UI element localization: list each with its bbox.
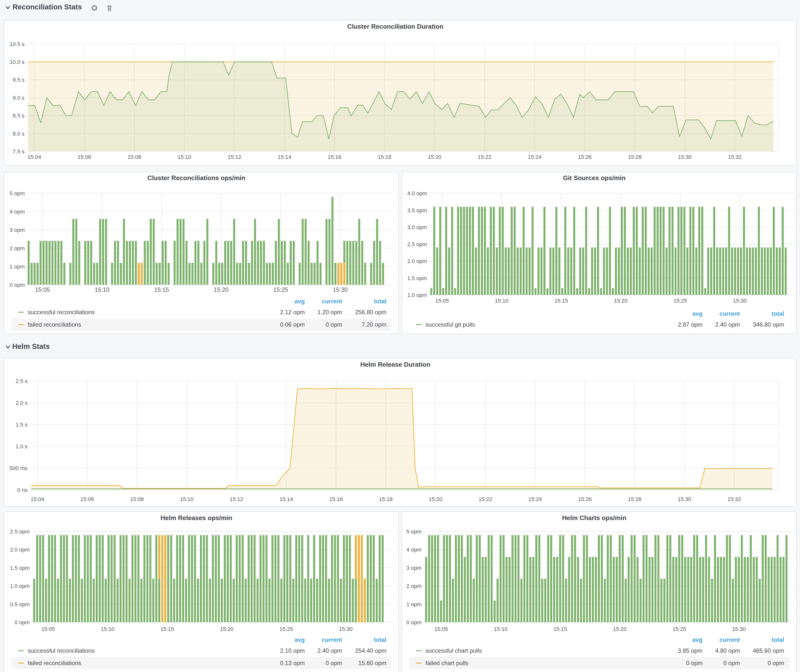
svg-text:15:30: 15:30 [732,626,746,632]
svg-text:15:08: 15:08 [130,496,144,502]
svg-text:9.5 s: 9.5 s [13,77,24,83]
svg-text:7.5 s: 7.5 s [13,149,24,155]
svg-text:0 ns: 0 ns [17,487,27,493]
svg-text:15:24: 15:24 [528,496,542,502]
svg-text:15:25: 15:25 [673,626,686,632]
svg-text:4.0 opm: 4.0 opm [407,190,427,196]
svg-text:15:30: 15:30 [333,286,347,293]
svg-text:15:15: 15:15 [554,298,568,304]
svg-text:1 opm: 1 opm [406,601,421,607]
svg-text:10.5 s: 10.5 s [10,41,24,47]
svg-text:2.5 opm: 2.5 opm [407,241,427,247]
svg-text:1 opm: 1 opm [10,263,25,269]
svg-text:0 opm: 0 opm [10,282,25,288]
svg-text:10.0 s: 10.0 s [10,59,24,65]
svg-text:15:32: 15:32 [728,154,742,160]
svg-text:5 opm: 5 opm [10,190,25,196]
svg-text:15:06: 15:06 [77,154,91,160]
svg-text:0.5 opm: 0.5 opm [10,601,30,607]
svg-text:15:20: 15:20 [429,496,442,502]
svg-text:15:20: 15:20 [214,286,229,293]
svg-text:4 opm: 4 opm [10,208,25,214]
svg-text:15:05: 15:05 [41,626,55,632]
svg-text:3.0 opm: 3.0 opm [407,224,427,230]
svg-text:5 opm: 5 opm [406,528,421,535]
svg-text:15:32: 15:32 [727,496,741,502]
svg-text:8.5 s: 8.5 s [13,113,24,119]
svg-text:2 opm: 2 opm [10,245,25,251]
svg-text:2.0 s: 2.0 s [16,400,27,406]
svg-text:15:20: 15:20 [220,626,234,632]
svg-text:8.0 s: 8.0 s [13,131,24,137]
svg-text:15:15: 15:15 [160,626,174,632]
svg-text:15:10: 15:10 [178,154,191,160]
svg-text:1.5 opm: 1.5 opm [10,565,30,571]
svg-text:15:25: 15:25 [674,298,687,304]
svg-text:15:14: 15:14 [280,496,293,502]
svg-text:3 opm: 3 opm [406,565,421,571]
svg-text:0 opm: 0 opm [406,619,421,626]
svg-text:15:22: 15:22 [478,496,492,502]
svg-text:15:20: 15:20 [614,298,627,304]
svg-text:15:05: 15:05 [435,298,449,304]
svg-text:15:28: 15:28 [628,154,642,160]
svg-text:15:06: 15:06 [80,496,94,502]
svg-text:2.5 s: 2.5 s [16,378,27,384]
svg-text:2 opm: 2 opm [406,583,421,589]
svg-text:15:15: 15:15 [554,626,567,632]
svg-text:3.5 opm: 3.5 opm [407,207,427,213]
svg-text:15:24: 15:24 [528,154,541,160]
svg-text:15:08: 15:08 [128,154,141,160]
svg-text:15:30: 15:30 [339,626,352,632]
svg-text:1.0 s: 1.0 s [16,443,27,450]
svg-text:2.0 opm: 2.0 opm [10,547,30,553]
svg-text:1.0 opm: 1.0 opm [10,583,30,589]
svg-text:15:10: 15:10 [94,286,109,293]
svg-text:15:25: 15:25 [280,626,293,632]
svg-text:3 opm: 3 opm [10,227,25,233]
svg-text:15:18: 15:18 [378,154,391,160]
svg-text:15:22: 15:22 [478,154,491,160]
svg-text:15:26: 15:26 [578,154,592,160]
svg-text:15:30: 15:30 [678,496,691,502]
svg-text:15:04: 15:04 [31,496,44,502]
svg-text:15:26: 15:26 [578,496,592,502]
svg-text:15:20: 15:20 [428,154,441,160]
svg-text:500 ms: 500 ms [10,465,27,471]
svg-text:15:16: 15:16 [329,496,343,502]
svg-text:15:12: 15:12 [230,496,243,502]
svg-text:15:30: 15:30 [733,298,747,304]
svg-text:2.0 opm: 2.0 opm [407,258,427,264]
svg-text:15:25: 15:25 [274,286,288,293]
svg-text:1.0 opm: 1.0 opm [407,292,427,298]
svg-text:15:10: 15:10 [101,626,115,632]
svg-text:2.5 opm: 2.5 opm [10,528,30,535]
svg-text:15:12: 15:12 [227,154,241,160]
svg-text:15:10: 15:10 [494,626,507,632]
svg-text:15:04: 15:04 [27,154,41,160]
svg-text:15:14: 15:14 [278,154,291,160]
svg-text:1.5 s: 1.5 s [16,422,27,428]
svg-text:15:05: 15:05 [434,626,448,632]
svg-text:9.0 s: 9.0 s [13,95,24,101]
svg-text:0 opm: 0 opm [14,619,30,626]
svg-text:15:20: 15:20 [613,626,627,632]
svg-text:15:10: 15:10 [495,298,508,304]
svg-text:1.5 opm: 1.5 opm [407,275,427,281]
svg-text:15:10: 15:10 [180,496,194,502]
svg-text:15:18: 15:18 [379,496,393,502]
svg-text:4 opm: 4 opm [406,547,421,553]
svg-text:15:28: 15:28 [628,496,642,502]
svg-text:15:05: 15:05 [35,286,50,293]
svg-text:15:15: 15:15 [154,286,169,293]
svg-text:15:30: 15:30 [678,154,692,160]
svg-text:15:16: 15:16 [328,154,341,160]
